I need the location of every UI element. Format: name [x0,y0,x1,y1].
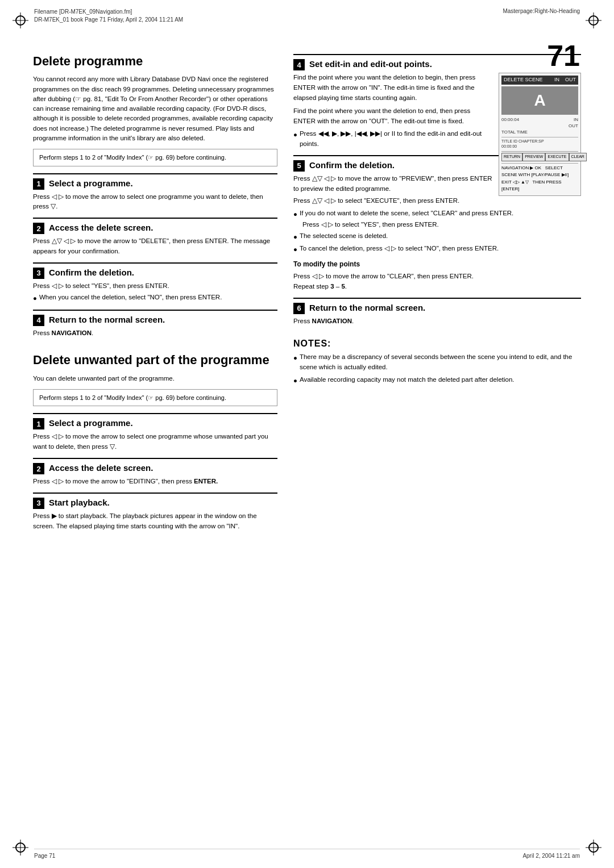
section1-intro: You cannot record any more with Library … [33,74,277,143]
step-2b-enter: ENTER. [194,478,218,485]
corner-mark-br [586,840,601,856]
step-5r-bullet4: ● To cancel the deletion, press ◁ ▷ to s… [293,244,581,255]
section2-intro: You can delete unwanted part of the prog… [33,374,277,383]
note-1: ● There may be a discrepancy of several … [293,352,581,373]
to-modify-body2: Repeat step 3 – 5. [293,282,581,292]
step-1b-number: 1 [33,418,44,429]
step-4-title: Return to the normal screen. [49,314,165,326]
info-box2: Perform steps 1 to 2 of "Modify Index" (… [33,389,277,407]
step-4: 4 Return to the normal screen. Press NAV… [33,310,277,343]
step-4-number: 4 [33,315,44,326]
corner-mark-bl [13,840,28,856]
section1-title: Delete programme [33,54,277,69]
step-4r: 4 Set edit-in and edit-out points. DELET… [293,54,581,154]
step-3b: 3 Start playback. Press ▶ to start playb… [33,493,277,536]
step-1b-title: Select a programme. [49,418,133,429]
header-left: Filename [DR-M7EK_09Navigation.fm] DR-M7… [34,8,183,24]
step-2b: 2 Access the delete screen. Press ◁ ▷ to… [33,458,277,491]
step-3-body1: Press ◁ ▷ to select "YES", then press EN… [33,281,277,291]
step-1b-body: Press ◁ ▷ to move the arrow to select on… [33,432,277,457]
footer-date: April 2, 2004 11:21 am [522,853,580,859]
corner-mark-tl [13,12,28,28]
step-5r-bullet1: ● If you do not want to delete the scene… [293,208,581,220]
notes-section: NOTES: ● There may be a discrepancy of s… [293,339,581,386]
step-3: 3 Confirm the deletion. Press ◁ ▷ to sel… [33,262,277,308]
step-4-body: Press NAVIGATION. [33,328,277,343]
step-2-number: 2 [33,223,44,234]
filename: Filename [DR-M7EK_09Navigation.fm] [34,8,183,16]
info-box1: Perform steps 1 to 2 of "Modify Index" (… [33,149,277,166]
step-1b: 1 Select a programme. Press ◁ ▷ to move … [33,413,277,457]
step-6r-body: Press NAVIGATION. [293,316,581,331]
to-modify-title: To modify the points [293,259,581,270]
page-footer: Page 71 April 2, 2004 11:21 am [34,849,580,859]
step-4r-body: DELETE SCENE IN OUT A 00:00:04 IN [293,73,581,154]
step-1: 1 Select a programme. Press ◁ ▷ to move … [33,173,277,217]
step-3-number: 3 [33,268,44,279]
step-1-number: 1 [33,178,44,190]
page-header: Filename [DR-M7EK_09Navigation.fm] DR-M7… [34,8,580,24]
step-5r-body2: Press △▽ ◁ ▷ to select "EXECUTE", then p… [293,196,581,206]
step-2: 2 Access the delete screen. Press △▽ ◁ ▷… [33,218,277,261]
step-2b-body: Press ◁ ▷ to move the arrow to "EDITING"… [33,477,277,491]
step-2b-body1: Press ◁ ▷ to move the arrow to "EDITING"… [33,478,192,485]
step-5r-number: 5 [293,160,305,172]
step-5r-title: Confirm the deletion. [309,160,395,171]
step-2b-title: Access the delete screen. [49,462,153,474]
footer-page: Page 71 [34,853,55,859]
step-3-title: Confirm the deletion. [49,267,134,278]
step-3b-title: Start playback. [49,497,110,508]
ds-buttons: RETURN PREVIEW EXECUTE CLEAR [501,151,578,161]
corner-mark-tr [586,12,601,28]
to-modify-section: To modify the points Press ◁ ▷ to move t… [293,259,581,291]
step-6r-nav: NAVIGATION [312,318,352,324]
step-2-title: Access the delete screen. [49,222,153,233]
step-1-title: Select a programme. [49,178,133,189]
ds-info: 00:00:04 IN OUT TOTAL TIME TITLE ID [501,116,578,149]
step-1-body: Press ◁ ▷ to move the arrow to select on… [33,192,277,217]
step-5r-bullet3: ● The selected scene is deleted. [293,231,581,243]
note-2: ● Available recording capacity may not m… [293,375,581,386]
notes-title: NOTES: [293,339,581,349]
notes-body: ● There may be a discrepancy of several … [293,352,581,386]
ds-label: DELETE SCENE [504,76,543,84]
step-3-bullet1: ● When you cancel the deletion, select "… [33,293,277,304]
left-column: Delete programme You cannot record any m… [33,54,277,837]
step-4r-title: Set edit-in and edit-out points. [309,59,432,70]
delete-scene-image: DELETE SCENE IN OUT A 00:00:04 IN [499,73,581,196]
section2-title: Delete unwanted part of the programme [33,353,277,368]
bookref: DR-M7EK_01 book Page 71 Friday, April 2,… [34,16,183,24]
step-3b-number: 3 [33,498,44,509]
step-2-body: Press △▽ ◁ ▷ to move the arrow to "DELET… [33,236,277,261]
step-6r-number: 6 [293,303,305,314]
content-area: Delete programme You cannot record any m… [33,54,581,837]
step-6r-title: Return to the normal screen. [309,302,425,314]
ds-nav-row: NAVIGATION ▶ OK SELECT SCENE WITH [PLAY/… [501,163,578,193]
step-4-nav: NAVIGATION [52,329,92,336]
step-4r-bullet1: ● Press ◀◀, ▶, ▶▶, |◀◀, ▶▶| or II to fin… [293,129,493,149]
right-column: 4 Set edit-in and edit-out points. DELET… [293,54,581,837]
ds-screen: A [501,86,578,115]
to-modify-body1: Press ◁ ▷ to move the arrow to "CLEAR", … [293,272,581,282]
step-2b-number: 2 [33,463,44,474]
step-6r: 6 Return to the normal screen. Press NAV… [293,298,581,331]
step-3-body: Press ◁ ▷ to select "YES", then press EN… [33,281,277,308]
step-5r-bullet2: Press ◁ ▷ to select "YES", then press EN… [293,220,581,230]
masterpage: Masterpage:Right-No-Heading [503,8,580,14]
step-4r-number: 4 [293,59,305,70]
step-3b-body: Press ▶ to start playback. The playback … [33,511,277,536]
